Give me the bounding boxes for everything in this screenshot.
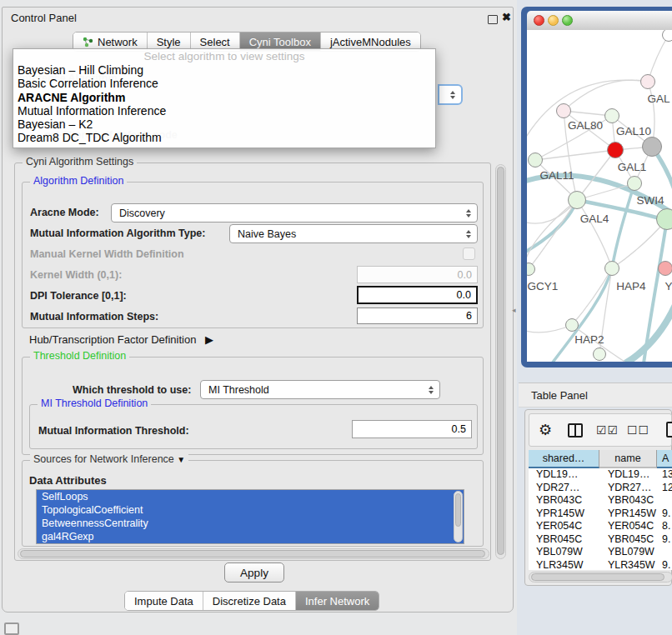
network-node[interactable] [604,108,619,123]
network-node-label: GAL10 [616,125,651,138]
network-canvas[interactable]: GALGAL80GAL10GAL1GAL11SWI4GAL4GCY1HAP4YH… [527,30,672,362]
list-item-betweennesscentrality[interactable]: BetweennessCentrality [37,517,464,530]
close-traffic-light-icon[interactable] [534,15,544,26]
column-header-name[interactable]: name [599,450,657,468]
aracne-mode-combobox[interactable]: Discovery [111,203,478,222]
network-node[interactable] [565,318,579,332]
algorithm-option-basic-correlation[interactable]: Basic Correlation Inference [13,77,435,90]
settings-horizontal-scrollbar[interactable] [18,548,489,559]
table-row[interactable]: YER054CYER054C8. [529,520,672,533]
expanded-arrow-icon[interactable]: ▼ [177,455,185,464]
table-row[interactable]: YDL19…YDL19…13 [529,468,672,482]
table-horizontal-scrollbar[interactable] [529,572,672,582]
table-panel: ⚙ ☑☑ ☐☐ shared… name A YDL19…YDL19…13 YD… [524,409,672,586]
network-node[interactable] [607,142,624,158]
cell-shared-name: YBR045C [529,533,599,547]
table-row[interactable]: YBR045CYBR045C9. [529,533,672,547]
table-row[interactable]: YBL079WYBL079W [529,546,672,559]
attributes-list-scrollbar[interactable] [454,491,463,542]
network-node-label: GAL1 [618,161,647,173]
network-node[interactable] [528,152,543,168]
split-columns-icon[interactable] [568,423,583,438]
network-node[interactable] [568,191,586,209]
column-header-partial[interactable]: A [657,450,672,468]
network-node[interactable] [658,261,672,276]
algorithm-popup-prompt: Select algorithm to view settings [13,49,435,63]
network-node[interactable] [662,30,672,42]
column-header-shared-name[interactable]: shared… [529,450,599,468]
gear-icon[interactable]: ⚙ [539,421,552,439]
kernel-width-field[interactable] [357,266,478,283]
attributes-list-scrollbar-thumb[interactable] [455,493,461,527]
network-node[interactable] [604,261,619,276]
which-threshold-combobox[interactable]: MI Threshold [200,380,440,399]
zoom-traffic-light-icon[interactable] [562,15,573,26]
combo-spinner-icon [429,386,434,394]
panel-divider-grip[interactable]: ◂ [512,306,519,314]
table-panel-title: Table Panel [531,389,588,402]
list-item-selfloops[interactable]: SelfLoops [37,490,464,503]
network-view-window[interactable]: GALGAL80GAL10GAL1GAL11SWI4GAL4GCY1HAP4YH… [521,7,672,368]
cell-shared-name: YLR345W [529,559,599,571]
close-icon[interactable]: ✖ [502,11,511,23]
sources-title-text: Sources for Network Inference [33,453,174,465]
network-node[interactable] [627,176,642,191]
settings-vertical-scrollbar-thumb[interactable] [497,167,504,555]
network-node[interactable] [527,262,535,276]
list-item-gal4rgexp[interactable]: gal4RGexp [37,530,464,543]
table-panel-titlebar: Table Panel [519,382,672,408]
deselect-all-checkboxes-icon[interactable]: ☐☐ [627,423,649,437]
select-all-checkboxes-icon[interactable]: ☑☑ [596,423,619,437]
algorithm-option-bayesian-k2[interactable]: Bayesian – K2 [13,118,435,131]
table-row[interactable]: YLR345WYLR345W9. [529,559,672,571]
collapsed-arrow-icon: ▶ [205,333,213,346]
network-node[interactable] [556,103,571,118]
table-row[interactable]: YBR043CYBR043C [529,494,672,508]
minimize-traffic-light-icon[interactable] [548,15,559,26]
manual-kernel-width-checkbox[interactable] [463,248,475,260]
algorithm-option-bayesian-hill-climbing[interactable]: Bayesian – Hill Climbing [13,63,435,77]
network-window-titlebar[interactable] [527,11,672,31]
table-row[interactable]: YDR27…YDR27…12 [529,482,672,495]
export-table-icon[interactable] [666,422,672,438]
hub-definition-toggle[interactable]: Hub/Transcription Factor Definition ▶ [29,333,213,346]
settings-horizontal-scrollbar-thumb[interactable] [20,550,485,558]
table-row[interactable]: YPR145WYPR145W9. [529,508,672,521]
float-window-icon[interactable] [488,15,498,24]
cell-value: 12 [657,482,672,495]
data-attributes-list[interactable]: SelfLoops TopologicalCoefficient Between… [36,489,464,544]
minimized-panel-button[interactable] [4,622,19,635]
algorithm-combobox-fragment[interactable] [438,84,463,105]
network-node[interactable] [642,137,662,157]
network-icon [83,37,93,48]
tab-impute-data[interactable]: Impute Data [125,592,203,610]
network-node[interactable] [656,208,672,230]
algorithm-option-dream8[interactable]: Dream8 DC_TDC Algorithm [13,131,435,144]
settings-vertical-scrollbar[interactable] [495,164,506,559]
network-node-label: SWI4 [636,194,664,207]
algorithm-option-mutual-information[interactable]: Mutual Information Inference [13,104,435,118]
network-nodes-layer: GALGAL80GAL10GAL1GAL11SWI4GAL4GCY1HAP4YH… [527,30,672,362]
tab-discretize-data[interactable]: Discretize Data [203,592,296,610]
mi-algorithm-type-combobox[interactable]: Naive Bayes [229,224,478,243]
mi-steps-field[interactable] [357,308,478,324]
network-node[interactable] [640,74,655,89]
network-node-label: GAL11 [539,169,574,182]
tab-jactivemnodules-label: jActiveMNodules [330,36,411,48]
tab-infer-network[interactable]: Infer Network [296,592,379,610]
combo-spinner-icon [466,230,471,238]
list-item-topologicalcoefficient[interactable]: TopologicalCoefficient [37,503,464,517]
tab-select-label: Select [200,36,230,48]
table-horizontal-scrollbar-thumb[interactable] [531,573,664,581]
cell-value: 9. [657,533,672,547]
aracne-mode-value: Discovery [119,208,165,219]
cell-name: YDR27… [599,482,657,495]
apply-button[interactable]: Apply [224,562,284,582]
mi-threshold-field[interactable] [352,420,472,438]
tab-style-label: Style [157,36,181,48]
network-node[interactable] [593,348,606,361]
cell-value: 8. [657,520,672,533]
algorithm-option-aracne[interactable]: ARACNE Algorithm [13,91,435,104]
dpi-tolerance-field[interactable] [357,286,478,304]
threshold-definition-group: Threshold Definition Which threshold to … [22,357,484,455]
